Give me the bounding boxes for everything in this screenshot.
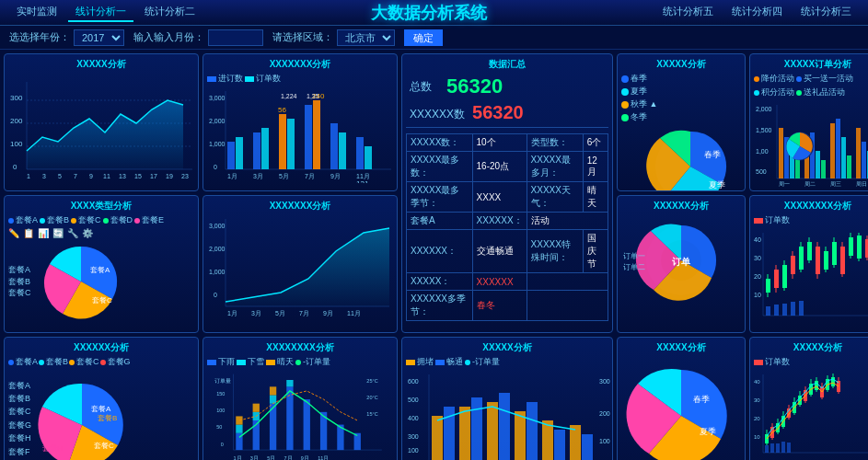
legend-buyone: 买一送一活动 — [796, 73, 853, 85]
svg-rect-156 — [253, 404, 260, 412]
svg-text:11月: 11月 — [347, 310, 361, 316]
svg-text:11月: 11月 — [356, 173, 370, 179]
svg-text:7月: 7月 — [305, 173, 315, 179]
svg-rect-39 — [356, 137, 364, 169]
svg-rect-33 — [287, 119, 295, 169]
lg-b: 套餐B — [39, 356, 68, 368]
panel-seasons: XXXXX分析 春季 夏季 秋季 ▲ 冬季 春季 夏季 — [617, 53, 746, 191]
svg-text:1,224: 1,224 — [281, 93, 297, 99]
panel-line2: XXXXXXX分析 3,000 2,000 1,000 0 1月 3月 5月 7… — [203, 195, 398, 333]
lg-smooth: 畅通 — [435, 356, 463, 368]
mlg-a: 套餐A — [8, 379, 31, 392]
mlg-h: 套餐H — [8, 431, 31, 444]
panel9-title: XXXXXXXX分析 — [754, 200, 868, 213]
confirm-button[interactable]: 确定 — [404, 29, 443, 46]
legend-autumn: 秋季 ▲ — [621, 98, 657, 110]
svg-text:5月: 5月 — [267, 455, 275, 460]
total-row: 总数 56320 — [406, 73, 608, 100]
nav-left[interactable]: 实时监测 线计分析一 统计分析二 — [9, 3, 203, 22]
svg-text:300: 300 — [599, 378, 610, 385]
refresh-icon[interactable]: 🔄 — [52, 228, 64, 238]
table-row: XXXXX： XXXXXX — [407, 273, 608, 291]
svg-text:1,35: 1,35 — [307, 93, 319, 99]
svg-rect-135 — [799, 301, 804, 316]
svg-text:0: 0 — [221, 442, 224, 447]
panel-right3: XXXXX分析 订单数 40 30 20 10 — [749, 337, 868, 460]
year-select[interactable]: 2017 — [74, 29, 124, 46]
copy-icon[interactable]: 📋 — [23, 228, 34, 238]
svg-rect-40 — [365, 146, 372, 169]
svg-text:7月: 7月 — [284, 455, 293, 460]
svg-text:15: 15 — [134, 173, 142, 179]
candlestick-chart: 40 30 20 10 — [754, 228, 868, 329]
candle-legend: 订单数 — [754, 214, 868, 226]
lg-rain: 下雨 — [207, 356, 235, 368]
lg-sunny: 晴天 — [266, 356, 294, 368]
nav-right[interactable]: 统计分析五 统计分析四 统计分析三 — [655, 3, 859, 22]
svg-text:套餐C: 套餐C — [92, 296, 112, 305]
tab-stat5[interactable]: 统计分析五 — [655, 3, 721, 22]
svg-rect-193 — [582, 434, 593, 460]
svg-text:500: 500 — [756, 168, 767, 175]
settings-icon[interactable]: ⚙️ — [82, 228, 93, 238]
legend-orders: 订单数 — [245, 73, 281, 85]
svg-text:周日: 周日 — [856, 181, 867, 187]
svg-text:3月: 3月 — [250, 455, 259, 460]
legend-gift: 送礼品活动 — [796, 86, 845, 98]
order-label2: 订单二 — [623, 262, 741, 272]
legend-mealA: 套餐A — [8, 214, 38, 226]
svg-rect-27 — [227, 142, 235, 169]
month-label: 输入输入月份： — [133, 30, 204, 44]
bar1-legend: 进订数 订单数 — [207, 73, 393, 85]
svg-rect-186 — [487, 402, 498, 460]
svg-text:1,000: 1,000 — [209, 141, 226, 147]
order-legend2: 积分活动 送礼品活动 — [754, 86, 868, 98]
svg-text:周一: 周一 — [779, 181, 790, 187]
svg-rect-59 — [779, 128, 783, 178]
tab-line1[interactable]: 线计分析一 — [68, 3, 133, 22]
svg-text:23: 23 — [181, 173, 189, 179]
legend-mealB: 套餐B — [40, 214, 69, 226]
svg-text:3月: 3月 — [251, 310, 261, 316]
month-input[interactable] — [208, 29, 263, 46]
toolbar: 选选择年份： 2017 输入输入月份： 请选择区域： 北京市 确定 — [0, 26, 868, 50]
svg-rect-68 — [836, 119, 840, 178]
chart-icon[interactable]: 📊 — [38, 228, 49, 238]
pie-multi: 套餐A 套餐C 套餐H 套餐B — [31, 370, 133, 460]
svg-text:11: 11 — [103, 173, 110, 179]
tab-stat3[interactable]: 统计分析三 — [793, 3, 859, 22]
edit-icon[interactable]: ✏️ — [8, 228, 19, 238]
tab-realtime[interactable]: 实时监测 — [9, 3, 64, 22]
right3-legend: 订单数 — [754, 356, 868, 368]
svg-text:0: 0 — [214, 164, 217, 170]
svg-text:7: 7 — [74, 173, 77, 179]
svg-rect-37 — [330, 123, 338, 169]
mlg-g: 套餐G — [8, 419, 31, 431]
svg-rect-159 — [270, 386, 276, 395]
lg-congested: 拥堵 — [406, 356, 434, 368]
svg-text:订单量: 订单量 — [214, 378, 231, 384]
panel4-title: XXXXXXX分析 — [207, 200, 393, 213]
tab-stat4[interactable]: 统计分析四 — [724, 3, 790, 22]
svg-text:5月: 5月 — [279, 173, 289, 179]
meal-a-label: 套餐A — [8, 264, 31, 276]
tab-stat2[interactable]: 统计分析二 — [137, 3, 203, 22]
panel-summary: 数据汇总 总数 56320 XXXXXX数 56320 XXXXX数： 10个 … — [401, 53, 613, 333]
svg-rect-31 — [279, 114, 286, 169]
panel-right3-title: XXXXX分析 — [754, 341, 868, 354]
svg-text:套餐C: 套餐C — [94, 442, 114, 450]
panel2-title: XXXXXXX分析 — [207, 58, 393, 71]
svg-text:2,000: 2,000 — [756, 106, 772, 112]
region-select[interactable]: 北京市 — [337, 29, 395, 46]
svg-text:20: 20 — [754, 273, 761, 280]
svg-text:13: 13 — [119, 173, 126, 179]
filter-icon[interactable]: 🔧 — [67, 228, 78, 238]
svg-text:周三: 周三 — [830, 181, 841, 187]
panel-line1: XXXXX分析 300 200 100 0 1 3 5 7 9 11 13 15… — [4, 53, 199, 191]
table-row: XXXXXX多季节： 春冬 — [407, 291, 608, 321]
svg-rect-134 — [791, 302, 795, 316]
svg-rect-185 — [471, 397, 482, 460]
panel12-title: XXXXX分析 — [406, 341, 608, 354]
svg-text:1月: 1月 — [227, 173, 237, 179]
pie-meal: 套餐A 套餐C — [35, 240, 127, 323]
